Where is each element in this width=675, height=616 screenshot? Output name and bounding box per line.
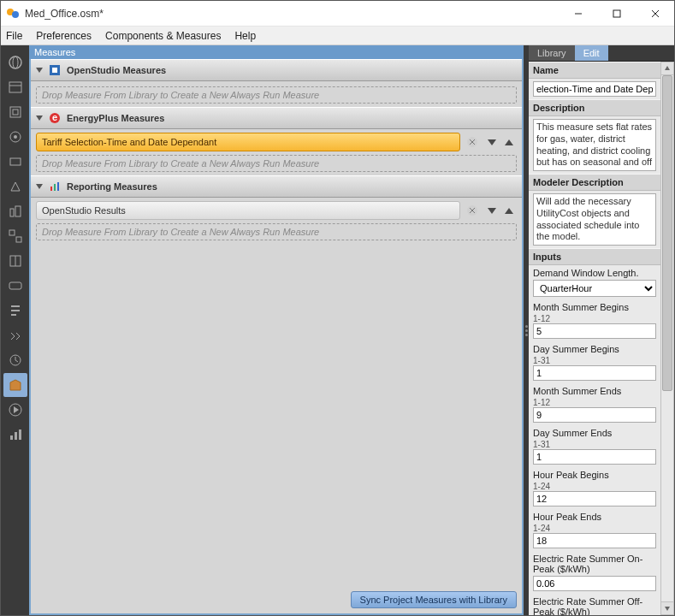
tab-edit[interactable]: Edit (575, 45, 608, 61)
tool-spacetype-icon[interactable] (3, 150, 27, 174)
svg-marker-37 (505, 139, 513, 145)
reporting-icon (48, 180, 62, 193)
tool-simulation-icon[interactable] (3, 348, 27, 372)
svg-point-1 (12, 11, 19, 18)
tool-loads-icon[interactable] (3, 125, 27, 149)
name-input[interactable] (533, 81, 656, 97)
description-label: Description (529, 99, 660, 116)
close-button[interactable] (636, 1, 674, 26)
svg-rect-30 (52, 68, 57, 73)
right-panel: Library Edit Name Description This measu… (529, 45, 674, 615)
scroll-thumb[interactable] (662, 75, 672, 391)
tool-site-icon[interactable] (3, 50, 27, 74)
svg-marker-44 (488, 208, 496, 214)
tool-geometry-icon[interactable] (3, 175, 27, 198)
month-summer-ends-label: Month Summer Ends (533, 386, 656, 396)
svg-rect-22 (9, 282, 21, 289)
dropzone-openstudio[interactable]: Drop Measure From Library to Create a Ne… (36, 86, 517, 104)
tool-results-icon[interactable] (3, 423, 27, 447)
dropzone-energyplus[interactable]: Drop Measure From Library to Create a Ne… (36, 155, 517, 172)
tool-thermalzones-icon[interactable] (3, 249, 27, 273)
menu-help[interactable]: Help (234, 30, 256, 42)
svg-point-7 (13, 56, 18, 68)
hour-peak-begins-sub: 1-24 (533, 482, 656, 491)
demand-window-select[interactable]: QuarterHour (533, 280, 656, 297)
tool-constructions-icon[interactable] (3, 100, 27, 124)
tool-output-icon[interactable] (3, 299, 27, 323)
scroll-down-icon[interactable] (660, 601, 674, 615)
delete-measure-button[interactable] (465, 135, 479, 149)
section-openstudio-title: OpenStudio Measures (67, 65, 166, 75)
demand-window-label: Demand Window Length. (533, 268, 656, 278)
section-reporting-title: Reporting Measures (67, 181, 157, 192)
move-down-button[interactable] (484, 134, 500, 150)
sync-measures-button[interactable]: Sync Project Measures with Library (351, 591, 517, 608)
month-summer-ends-input[interactable] (533, 407, 656, 423)
tool-measures-icon[interactable] (3, 373, 27, 397)
menu-file[interactable]: File (6, 30, 22, 42)
svg-point-6 (9, 56, 21, 68)
delete-measure-button[interactable] (465, 204, 479, 217)
tool-schedules-icon[interactable] (3, 75, 27, 99)
scroll-up-icon[interactable] (660, 62, 674, 75)
hour-peak-ends-sub: 1-24 (533, 524, 656, 533)
svg-rect-26 (10, 435, 13, 440)
chevron-down-icon (36, 116, 43, 121)
month-summer-begins-input[interactable] (533, 323, 656, 339)
svg-text:e: e (52, 112, 57, 122)
svg-rect-16 (10, 209, 14, 216)
section-energyplus-header[interactable]: e EnergyPlus Measures (31, 107, 522, 129)
chevron-down-icon (36, 184, 43, 189)
tool-scripts-icon[interactable] (3, 323, 27, 347)
svg-rect-14 (10, 158, 21, 165)
section-openstudio-header[interactable]: OpenStudio Measures (31, 59, 522, 81)
day-summer-begins-input[interactable] (533, 365, 656, 381)
menu-preferences[interactable]: Preferences (36, 30, 92, 42)
energyplus-icon: e (48, 111, 62, 125)
day-summer-begins-sub: 1-31 (533, 356, 656, 365)
tool-run-icon[interactable] (3, 398, 27, 422)
chevron-down-icon (36, 68, 43, 73)
tab-library[interactable]: Library (529, 45, 575, 61)
svg-marker-25 (14, 406, 19, 413)
measure-item-osresults[interactable]: OpenStudio Results (36, 201, 460, 220)
hour-peak-begins-input[interactable] (533, 491, 656, 506)
svg-rect-27 (15, 432, 17, 440)
dropzone-reporting[interactable]: Drop Measure From Library to Create a Ne… (36, 223, 517, 240)
scroll-track[interactable] (660, 75, 674, 601)
tool-hvac-icon[interactable] (3, 274, 27, 298)
measure-item-tariff[interactable]: Tariff Selection-Time and Date Dependant (36, 133, 460, 151)
month-summer-begins-sub: 1-12 (533, 314, 656, 323)
move-up-button[interactable] (501, 203, 517, 218)
right-scrollbar[interactable] (660, 62, 674, 615)
section-reporting-header[interactable]: Reporting Measures (31, 175, 522, 198)
minimize-button[interactable] (559, 1, 597, 26)
hour-peak-ends-label: Hour Peak Ends (533, 512, 656, 522)
svg-rect-18 (9, 230, 15, 235)
svg-rect-40 (57, 182, 59, 191)
maximize-button[interactable] (597, 1, 636, 26)
svg-rect-38 (50, 187, 52, 191)
rate-summer-off-label: Electric Rate Summer Off-Peak ($/kWh) (533, 596, 656, 615)
name-label: Name (529, 62, 660, 79)
inputs-label: Inputs (529, 248, 660, 265)
tool-spaces-icon[interactable] (3, 224, 27, 248)
svg-marker-45 (505, 208, 513, 214)
rate-summer-on-input[interactable] (533, 576, 656, 591)
menu-components[interactable]: Components & Measures (105, 30, 221, 42)
openstudio-icon (48, 63, 62, 77)
svg-rect-11 (13, 110, 18, 115)
section-energyplus-title: EnergyPlus Measures (67, 113, 164, 123)
move-down-button[interactable] (484, 203, 500, 218)
svg-rect-3 (613, 10, 620, 17)
move-up-button[interactable] (501, 134, 517, 150)
description-text: This measure sets flat rates for gas, wa… (533, 119, 656, 171)
svg-marker-15 (11, 182, 20, 191)
titlebar: Med_Office.osm* (1, 1, 674, 27)
svg-rect-17 (15, 206, 21, 216)
month-summer-ends-sub: 1-12 (533, 398, 656, 407)
left-toolbar (1, 45, 29, 615)
tool-facility-icon[interactable] (3, 199, 27, 223)
hour-peak-ends-input[interactable] (533, 533, 656, 548)
day-summer-ends-input[interactable] (533, 449, 656, 465)
